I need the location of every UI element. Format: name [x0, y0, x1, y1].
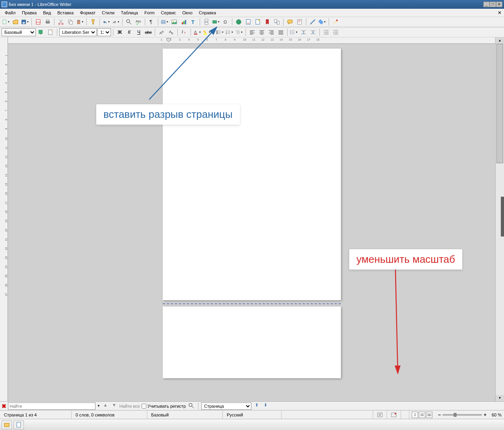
menu-table[interactable]: Таблица — [118, 10, 141, 16]
insert-comment-button[interactable] — [286, 18, 294, 26]
new-doc-button[interactable]: ▾ — [2, 18, 10, 26]
insert-footnote-button[interactable] — [244, 18, 253, 26]
indent-marker-icon[interactable] — [166, 38, 171, 44]
nav-prev-button[interactable]: ⬆ — [253, 403, 260, 410]
increase-indent-button[interactable] — [322, 28, 331, 37]
find-input[interactable] — [8, 403, 95, 410]
bullet-list-button[interactable]: ▾ — [216, 28, 224, 37]
status-insert-mode[interactable] — [373, 410, 387, 419]
status-language[interactable]: Русский — [223, 410, 282, 419]
sidebar-toggle-button[interactable] — [501, 197, 504, 236]
zoom-slider-thumb[interactable] — [453, 413, 457, 417]
italic-button[interactable]: К — [125, 28, 134, 37]
basic-shapes-button[interactable]: ▾ — [318, 18, 327, 26]
insert-chart-button[interactable] — [179, 18, 188, 26]
scroll-up-button[interactable]: ▲ — [496, 37, 504, 44]
subscript-button[interactable]: Ab — [167, 28, 175, 37]
document-page-1[interactable] — [163, 49, 341, 300]
insert-line-button[interactable] — [308, 18, 317, 26]
insert-page-break-button[interactable] — [202, 18, 211, 26]
menu-insert[interactable]: Вставка — [54, 10, 77, 16]
track-changes-button[interactable] — [295, 18, 304, 26]
menu-view[interactable]: Вид — [40, 10, 54, 16]
document-page-2[interactable] — [163, 307, 341, 378]
close-findbar-button[interactable]: ✖ — [2, 403, 6, 409]
menu-form[interactable]: Form — [141, 10, 158, 16]
clone-formatting-button[interactable] — [89, 18, 97, 26]
insert-cross-ref-button[interactable] — [272, 18, 281, 26]
copy-button[interactable] — [66, 18, 75, 26]
insert-special-char-button[interactable]: Ω — [221, 18, 230, 26]
insert-hyperlink-button[interactable] — [234, 18, 243, 26]
match-case-checkbox[interactable]: Учитывать регистр — [142, 404, 186, 408]
insert-bookmark-button[interactable] — [263, 18, 272, 26]
taskbar-item-1[interactable] — [2, 420, 12, 429]
book-view-button[interactable]: ▯|▯ — [426, 412, 432, 418]
show-draw-functions-button[interactable] — [331, 18, 340, 26]
status-page[interactable]: Страница 1 из 4 — [0, 410, 72, 419]
font-color-button[interactable]: A▾ — [193, 28, 202, 37]
decrease-indent-button[interactable] — [331, 28, 340, 37]
status-word-count[interactable]: 0 слов, 0 символов — [72, 410, 147, 419]
menu-format[interactable]: Формат — [77, 10, 99, 16]
number-list-button[interactable]: 123▾ — [225, 28, 234, 37]
print-button[interactable] — [43, 18, 52, 26]
menu-styles[interactable]: Стили — [99, 10, 118, 16]
close-document-button[interactable]: ✕ — [498, 10, 502, 16]
paragraph-style-dropdown[interactable]: Базовый — [2, 28, 36, 36]
find-next-button[interactable]: ▼ — [111, 403, 118, 410]
redo-button[interactable]: ▾ — [111, 18, 120, 26]
spellcheck-button[interactable]: Abc — [134, 18, 143, 26]
zoom-slider[interactable] — [442, 414, 482, 416]
bold-button[interactable]: Ж — [115, 28, 124, 37]
find-format-button[interactable] — [187, 403, 195, 410]
menu-file[interactable]: Файл — [2, 10, 19, 16]
align-center-button[interactable] — [257, 28, 266, 37]
menu-tools[interactable]: Сервис — [158, 10, 179, 16]
taskbar-item-2[interactable] — [14, 420, 24, 429]
insert-table-button[interactable]: ▾ — [160, 18, 169, 26]
align-right-button[interactable] — [267, 28, 276, 37]
update-style-button[interactable] — [37, 28, 45, 37]
export-pdf-button[interactable]: PDF — [34, 18, 43, 26]
superscript-button[interactable]: Ab — [157, 28, 166, 37]
scroll-down-button[interactable]: ▼ — [496, 395, 504, 401]
zoom-in-button[interactable]: + — [484, 412, 486, 418]
font-name-dropdown[interactable]: Liberation Serif — [59, 28, 97, 36]
find-all-button[interactable]: Найти все — [119, 404, 140, 408]
horizontal-ruler[interactable]: 123456789101112131415161718 — [8, 37, 495, 44]
insert-endnote-button[interactable] — [253, 18, 262, 26]
insert-image-button[interactable] — [170, 18, 179, 26]
vertical-ruler[interactable]: 1234567891011121314151617181920212223242… — [0, 37, 8, 401]
find-dropdown-button[interactable]: ▼ — [97, 404, 100, 408]
align-left-button[interactable] — [248, 28, 257, 37]
minimize-button[interactable]: _ — [483, 2, 490, 7]
menu-window[interactable]: Окно — [179, 10, 196, 16]
zoom-out-button[interactable]: − — [438, 412, 441, 418]
line-spacing-button[interactable]: ▾ — [290, 28, 298, 37]
nav-next-button[interactable]: ⬇ — [262, 403, 269, 410]
decrease-para-spacing-button[interactable] — [309, 28, 317, 37]
new-style-button[interactable] — [46, 28, 55, 37]
underline-button[interactable]: Ч — [134, 28, 143, 37]
find-replace-button[interactable] — [125, 18, 133, 26]
status-selection-mode[interactable] — [387, 410, 401, 419]
close-button[interactable]: ✕ — [496, 2, 502, 7]
undo-button[interactable]: ▾ — [102, 18, 111, 26]
find-prev-button[interactable]: ▲ — [102, 403, 109, 410]
status-signature[interactable] — [401, 410, 409, 419]
align-justify-button[interactable] — [276, 28, 285, 37]
paste-button[interactable]: ▾ — [76, 18, 84, 26]
zoom-percentage[interactable]: 60 % — [490, 412, 504, 417]
status-page-style[interactable]: Базовый — [147, 410, 223, 419]
navigate-by-dropdown[interactable]: Страница — [201, 403, 251, 410]
font-size-dropdown[interactable]: 12 — [97, 28, 111, 36]
formatting-marks-button[interactable]: ¶ — [147, 18, 156, 26]
menu-help[interactable]: Справка — [196, 10, 219, 16]
page-scroll-area[interactable] — [8, 44, 495, 401]
menu-edit[interactable]: Правка — [19, 10, 40, 16]
insert-textbox-button[interactable]: T — [189, 18, 198, 26]
open-button[interactable] — [11, 18, 20, 26]
cut-button[interactable] — [56, 18, 65, 26]
strikethrough-button[interactable]: abc — [144, 28, 153, 37]
